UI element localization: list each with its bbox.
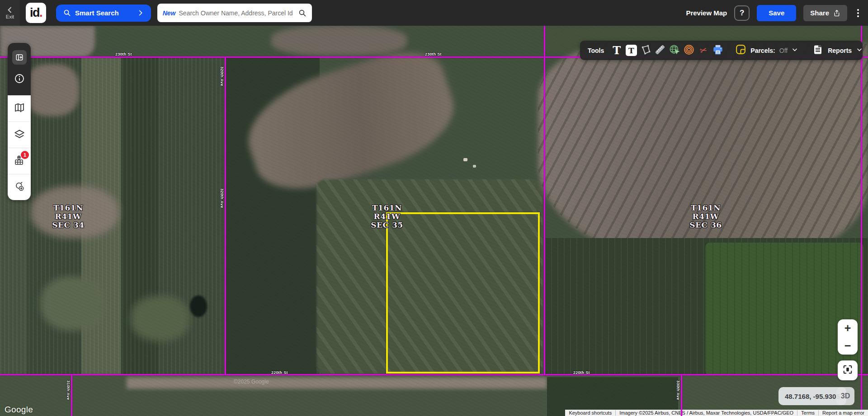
reports-dropdown[interactable]: Reports xyxy=(812,44,863,57)
recenter-button[interactable] xyxy=(838,360,858,380)
zoom-out-button[interactable]: − xyxy=(838,337,858,355)
radius-tool-button[interactable] xyxy=(682,43,696,58)
search-field[interactable]: New xyxy=(157,4,312,22)
chevron-left-icon xyxy=(6,6,14,14)
road-line-220th-st xyxy=(0,374,868,375)
preview-map-button[interactable]: Preview Map xyxy=(686,9,727,17)
street-label: 220th St xyxy=(573,370,590,375)
concentric-circles-icon xyxy=(683,44,695,57)
report-icon xyxy=(812,44,823,57)
parcels-state: Off xyxy=(779,47,788,54)
parcels-label: Parcels: xyxy=(750,47,775,54)
section-line xyxy=(861,26,862,416)
polygon-icon xyxy=(640,44,651,57)
reports-label: Reports xyxy=(828,47,852,54)
township-range: T161N R41W xyxy=(676,204,735,221)
textbox-tool-button[interactable]: T xyxy=(624,43,638,58)
basemap-button[interactable] xyxy=(8,95,31,122)
section-label-sec36: T161N R41W SEC 36 xyxy=(676,204,735,229)
logo-text: id xyxy=(30,6,39,20)
section-number: SEC 35 xyxy=(358,221,416,229)
map-tools-toolbar: Tools T T ✂ xyxy=(580,41,863,60)
text-icon: T xyxy=(613,44,621,57)
help-button[interactable]: ? xyxy=(734,5,750,21)
share-button[interactable]: Share xyxy=(803,5,847,21)
road-line-320th-ave xyxy=(225,56,226,375)
section-label-sec34: T161N R41W SEC 34 xyxy=(39,204,98,229)
new-badge: New xyxy=(163,9,176,17)
section-label-sec35: T161N R41W SEC 35 xyxy=(358,204,416,229)
street-label: 310th Ave xyxy=(66,380,71,400)
web-map-button[interactable] xyxy=(667,43,682,58)
top-header: Exit id. Smart Search New Preview Map ? … xyxy=(0,0,868,26)
save-button[interactable]: Save xyxy=(757,5,796,21)
google-logo: Google xyxy=(5,405,33,415)
text-tool-button[interactable]: T xyxy=(609,43,624,58)
chevron-down-icon xyxy=(792,47,798,55)
cut-tool-button[interactable]: ✂ xyxy=(696,43,711,58)
layers-icon xyxy=(14,128,25,142)
chevron-down-icon xyxy=(856,47,863,55)
parcels-toggle[interactable]: Parcels: Off xyxy=(735,44,798,57)
report-map-error-link[interactable]: Report a map error xyxy=(818,410,868,416)
add-pin-icon xyxy=(14,181,25,194)
draw-polygon-button[interactable] xyxy=(638,43,653,58)
share-icon xyxy=(833,9,840,17)
notification-badge: 1 xyxy=(21,151,29,159)
zoom-in-button[interactable]: + xyxy=(838,319,858,337)
3d-view-button[interactable]: 3D xyxy=(836,387,854,405)
share-label: Share xyxy=(810,9,829,17)
attribution-bar: Keyboard shortcuts Imagery ©2025 Airbus,… xyxy=(565,410,868,416)
info-button[interactable] xyxy=(8,68,31,91)
township-range: T161N R41W xyxy=(39,204,98,221)
terms-link[interactable]: Terms xyxy=(797,410,818,416)
section-number: SEC 34 xyxy=(39,221,98,229)
road-line-310th-ave xyxy=(71,374,72,416)
exit-button[interactable]: Exit xyxy=(0,0,20,26)
search-icon xyxy=(63,9,71,17)
app-logo[interactable]: id. xyxy=(26,3,46,23)
info-icon xyxy=(14,73,25,86)
panel-expand-icon xyxy=(12,50,27,65)
print-tool-button[interactable] xyxy=(711,43,725,58)
expand-panel-button[interactable] xyxy=(8,47,31,68)
road-line-330th-ave xyxy=(681,374,682,416)
layers-button[interactable] xyxy=(8,122,31,148)
exit-label: Exit xyxy=(6,14,14,19)
overflow-menu-button[interactable] xyxy=(854,7,862,19)
tools-label: Tools xyxy=(588,47,604,54)
smart-search-button[interactable]: Smart Search xyxy=(56,5,151,22)
parcels-icon xyxy=(735,44,746,57)
township-range: T161N R41W xyxy=(358,204,416,221)
logo-dot: . xyxy=(39,6,42,20)
map-canvas[interactable]: T161N R41W SEC 34 T161N R41W SEC 35 T161… xyxy=(0,26,868,416)
chevron-right-icon xyxy=(137,9,144,16)
street-label: 320th Ave xyxy=(220,66,224,86)
zoom-control: + − xyxy=(838,319,858,355)
imagery-watermark: ©2025 Google xyxy=(234,379,269,385)
parcel-pins-button[interactable]: 1 xyxy=(8,148,31,174)
add-pin-button[interactable] xyxy=(8,174,31,200)
street-label: 230th St xyxy=(425,52,442,56)
scissors-icon: ✂ xyxy=(699,44,708,56)
section-number: SEC 36 xyxy=(676,221,735,229)
street-label: 320th Ave xyxy=(220,188,224,208)
map-icon xyxy=(14,102,25,115)
keyboard-shortcuts-link[interactable]: Keyboard shortcuts xyxy=(565,410,615,416)
globe-cursor-icon xyxy=(669,44,680,57)
street-label: 330th Ave xyxy=(676,380,680,400)
measure-tool-button[interactable] xyxy=(653,43,667,58)
search-input[interactable] xyxy=(179,9,298,17)
street-label: 220th St xyxy=(271,370,288,375)
focus-frame-icon xyxy=(843,365,853,376)
selected-parcel-boundary[interactable] xyxy=(386,212,540,374)
search-icon[interactable] xyxy=(298,9,307,17)
map-sidebar: 1 xyxy=(8,43,31,200)
section-line xyxy=(544,26,545,375)
imagery-attribution: Imagery ©2025 Airbus, CNES / Airbus, Max… xyxy=(615,410,797,416)
street-label: 230th St xyxy=(115,52,132,56)
ruler-icon xyxy=(654,44,666,57)
printer-icon xyxy=(712,44,724,57)
smart-search-label: Smart Search xyxy=(75,9,119,17)
textbox-icon: T xyxy=(626,45,637,56)
